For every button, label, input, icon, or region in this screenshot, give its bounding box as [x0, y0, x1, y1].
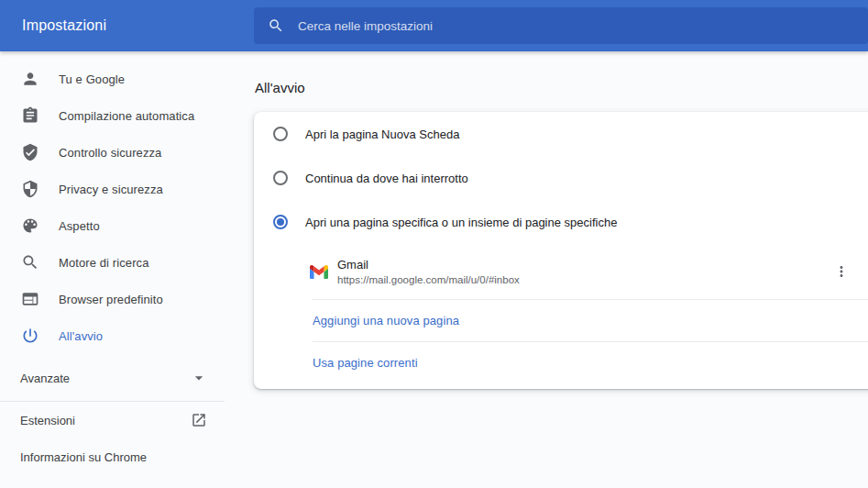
sidebar-item-informazioni-su-chrome[interactable]: Informazioni su Chrome — [0, 438, 225, 475]
add-new-page-label: Aggiungi una nuova pagina — [313, 314, 459, 327]
sidebar-item-tu-e-google[interactable]: Tu e Google — [0, 61, 225, 97]
safety-check-shield-icon — [21, 143, 39, 161]
add-new-page-button[interactable]: Aggiungi una nuova pagina — [254, 300, 868, 341]
autofill-clipboard-icon — [21, 106, 39, 125]
settings-header: Impostazioni — [0, 0, 868, 51]
search-icon — [268, 17, 284, 34]
chevron-down-icon — [190, 369, 208, 387]
external-link-icon — [191, 412, 207, 428]
person-icon — [21, 70, 39, 88]
startup-page-entry: Gmail https://mail.google.com/mail/u/0/#… — [254, 244, 868, 299]
page-title: Impostazioni — [22, 17, 106, 34]
startup-option-new-tab[interactable]: Apri la pagina Nuova Scheda — [254, 112, 868, 156]
sidebar-item-aspetto[interactable]: Aspetto — [0, 207, 225, 244]
about-chrome-label: Informazioni su Chrome — [20, 450, 147, 464]
privacy-shield-icon — [21, 180, 39, 198]
sidebar-item-privacy-e-sicurezza[interactable]: Privacy e sicurezza — [0, 171, 225, 207]
sidebar-item-label: Controllo sicurezza — [59, 146, 161, 160]
radio-label: Apri la pagina Nuova Scheda — [305, 128, 459, 141]
more-vert-icon — [833, 263, 850, 280]
search-engine-icon — [21, 253, 39, 272]
startup-option-specific-pages[interactable]: Apri una pagina specifica o un insieme d… — [254, 200, 868, 244]
power-icon — [21, 327, 39, 345]
radio-button-unselected[interactable] — [273, 171, 288, 185]
extensions-label: Estensioni — [20, 414, 75, 427]
entry-title: Gmail — [337, 258, 520, 272]
on-startup-card: Apri la pagina Nuova Scheda Continua da … — [254, 112, 868, 389]
radio-label: Apri una pagina specifica o un insieme d… — [305, 216, 617, 229]
entry-more-menu-button[interactable] — [825, 255, 858, 288]
sidebar-item-label: Aspetto — [59, 219, 100, 233]
sidebar-item-browser-predefinito[interactable]: Browser predefinito — [0, 281, 225, 317]
sidebar-item-estensioni[interactable]: Estensioni — [0, 402, 225, 438]
sidebar-item-label: Compilazione automatica — [59, 109, 194, 123]
advanced-label: Avanzate — [20, 372, 70, 385]
radio-button-unselected[interactable] — [273, 127, 288, 141]
use-current-pages-label: Usa pagine correnti — [313, 356, 418, 370]
sidebar-item-label: All'avvio — [59, 329, 103, 343]
sidebar-item-label: Motore di ricerca — [59, 256, 149, 270]
gmail-icon — [310, 265, 328, 279]
sidebar-item-label: Browser predefinito — [59, 293, 163, 306]
settings-search-box[interactable] — [254, 7, 868, 44]
sidebar-item-avanzate[interactable]: Avanzate — [0, 360, 225, 396]
radio-button-selected[interactable] — [273, 215, 288, 229]
sidebar-item-controllo-sicurezza[interactable]: Controllo sicurezza — [0, 134, 225, 171]
settings-sidebar: Tu e Google Compilazione automatica Cont… — [0, 51, 225, 488]
sidebar-item-allavvio[interactable]: All'avvio — [0, 317, 225, 354]
radio-label: Continua da dove hai interrotto — [305, 172, 468, 185]
entry-url: https://mail.google.com/mail/u/0/#inbox — [337, 274, 520, 285]
sidebar-item-label: Privacy e sicurezza — [59, 183, 163, 196]
sidebar-item-label: Tu e Google — [59, 72, 125, 86]
use-current-pages-button[interactable]: Usa pagine correnti — [254, 342, 868, 383]
search-input[interactable] — [296, 7, 868, 44]
sidebar-item-motore-di-ricerca[interactable]: Motore di ricerca — [0, 244, 225, 281]
sidebar-item-compilazione-automatica[interactable]: Compilazione automatica — [0, 97, 225, 134]
palette-icon — [21, 216, 39, 235]
browser-window-icon — [21, 290, 39, 308]
entry-text: Gmail https://mail.google.com/mail/u/0/#… — [337, 258, 520, 285]
startup-option-continue[interactable]: Continua da dove hai interrotto — [254, 156, 868, 200]
section-title: All'avvio — [255, 80, 305, 95]
